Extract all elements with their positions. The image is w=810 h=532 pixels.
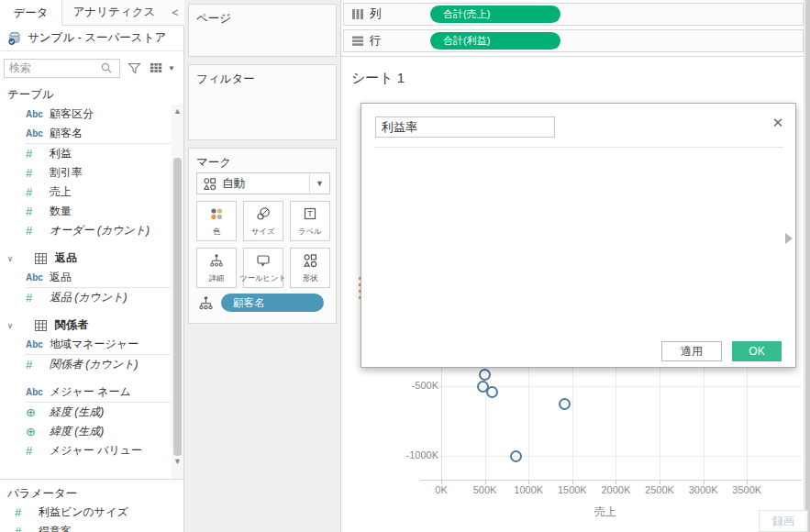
scatter-mark[interactable] — [510, 450, 522, 462]
tab-analytics[interactable]: アナリティクス — [61, 0, 166, 26]
scroll-down-icon[interactable]: ▼ — [172, 455, 183, 468]
x-tick — [660, 480, 660, 484]
field-item[interactable]: #売上 — [0, 183, 171, 202]
x-axis-title: 売上 — [578, 504, 633, 520]
field-group-header[interactable]: ∨返品 — [0, 249, 171, 268]
screen-recorder-button[interactable]: 録画 — [759, 510, 808, 532]
mark-type-value: 自動 — [222, 176, 245, 192]
marks-button-size[interactable]: サイズ — [243, 201, 283, 241]
view-options-caret-icon[interactable]: ▼ — [168, 64, 175, 72]
number-field-icon: # — [15, 525, 39, 532]
scrollbar-thumb[interactable] — [173, 158, 182, 456]
field-label: 経度 (生成) — [50, 405, 104, 420]
geo-field-icon: ⊕ — [26, 405, 50, 419]
shapes-icon — [203, 177, 216, 191]
field-item[interactable]: Abc顧客名 — [0, 124, 171, 143]
field-item[interactable]: #関係者 (カウント) — [0, 355, 171, 374]
pill-dimension[interactable]: 顧客名 — [221, 294, 324, 312]
marks-button-shape[interactable]: 形状 — [290, 248, 330, 288]
scatter-mark[interactable] — [486, 386, 498, 398]
ok-button[interactable]: OK — [732, 341, 782, 361]
collapse-pane-icon[interactable]: < — [166, 0, 184, 26]
field-label: 関係者 — [55, 317, 88, 333]
field-item[interactable]: ⊕緯度 (生成) — [0, 422, 171, 441]
detail-icon — [209, 253, 224, 271]
color-icon — [209, 206, 224, 224]
field-item[interactable]: #割引率 — [0, 163, 171, 183]
window-scrollbar[interactable] — [804, 0, 810, 532]
field-group-gap — [0, 307, 171, 316]
divider — [341, 56, 810, 57]
scatter-mark[interactable] — [479, 369, 491, 381]
marks-card-label: マーク — [196, 155, 336, 171]
filter-fields-icon[interactable] — [128, 61, 141, 75]
chevron-expand-icon[interactable]: ∨ — [4, 321, 17, 330]
size-icon — [256, 206, 271, 224]
parameters-section-label: パラメーター — [7, 486, 77, 502]
parameter-item[interactable]: #利益ビンのサイズ — [0, 503, 184, 522]
marks-button-color[interactable]: 色 — [196, 201, 237, 241]
number-field-icon: # — [26, 166, 50, 180]
field-item[interactable]: Abc顧客区分 — [0, 105, 171, 124]
field-item[interactable]: #返品 (カウント) — [0, 288, 171, 307]
field-group-header[interactable]: ∨関係者 — [0, 316, 171, 335]
pages-shelf[interactable]: ページ — [188, 4, 337, 57]
chevron-down-icon[interactable]: ▼ — [309, 173, 329, 194]
x-tick-label: 2500K — [632, 484, 687, 495]
x-tick-label: 1000K — [501, 484, 556, 495]
search-input[interactable] — [5, 61, 100, 74]
parameter-list: #利益ビンのサイズ#得意客 — [0, 503, 184, 532]
number-field-icon: # — [26, 291, 50, 305]
marks-button-label[interactable]: Tラベル — [290, 201, 330, 241]
field-item[interactable]: Abc地域マネージャー — [0, 335, 171, 354]
text-field-icon: Abc — [26, 387, 50, 397]
chevron-expand-icon[interactable]: ∨ — [4, 254, 17, 263]
field-list: Abc顧客区分Abc顧客名#利益#割引率#売上#数量#オーダー (カウント)∨返… — [0, 105, 171, 479]
scroll-up-icon[interactable]: ▲ — [172, 105, 183, 117]
calculation-editor-dialog: ✕ 適用 OK — [361, 103, 796, 368]
field-item[interactable]: Abcメジャー ネーム — [0, 382, 171, 402]
field-label: メジャー バリュー — [50, 443, 142, 459]
rows-shelf[interactable]: 行 合計(利益) — [343, 29, 804, 52]
x-axis-line — [420, 480, 802, 481]
field-label: 顧客区分 — [50, 106, 94, 122]
field-label: 利益 — [50, 146, 72, 161]
field-list-scrollbar[interactable]: ▲ ▼ — [172, 105, 183, 479]
parameter-item[interactable]: #得意客 — [0, 522, 184, 532]
search-box[interactable] — [4, 59, 120, 78]
x-tick-label: 500K — [458, 484, 513, 495]
pill-sum-sales[interactable]: 合計(売上) — [430, 6, 560, 23]
marks-button-tooltip[interactable]: ツールヒント — [243, 248, 283, 288]
field-item[interactable]: #利益 — [0, 144, 171, 163]
geo-field-icon: ⊕ — [26, 425, 50, 438]
columns-shelf[interactable]: 列 合計(売上) — [343, 3, 804, 26]
shape-icon — [303, 253, 317, 271]
view-options-icon[interactable] — [150, 61, 164, 74]
y-tick-label: -500K — [393, 380, 438, 391]
pill-sum-profit[interactable]: 合計(利益) — [430, 32, 560, 50]
datasource-row[interactable]: サンプル - スーパーストア — [0, 26, 184, 51]
scrollbar-thumb[interactable] — [805, 0, 810, 532]
x-tick — [485, 480, 486, 484]
calc-field-name-input[interactable] — [375, 116, 555, 138]
columns-shelf-label: 列 — [370, 6, 428, 22]
search-icon — [100, 61, 113, 74]
close-icon[interactable]: ✕ — [770, 115, 786, 131]
expand-panel-arrow-icon[interactable] — [785, 233, 793, 244]
marks-button-detail[interactable]: 詳細 — [196, 248, 237, 288]
field-item[interactable]: #オーダー (カウント) — [0, 221, 171, 240]
tab-data[interactable]: データ — [0, 0, 61, 26]
field-label: 緯度 (生成) — [50, 424, 104, 439]
marks-pill-row: 顧客名 — [198, 294, 324, 312]
mark-type-dropdown[interactable]: 自動 ▼ — [196, 172, 330, 194]
field-item[interactable]: ⊕経度 (生成) — [0, 403, 171, 422]
text-field-icon: Abc — [26, 272, 50, 283]
field-item[interactable]: #数量 — [0, 202, 171, 221]
field-label: 顧客名 — [50, 126, 83, 141]
field-item[interactable]: #メジャー バリュー — [0, 441, 171, 460]
apply-button[interactable]: 適用 — [661, 341, 722, 361]
filters-shelf[interactable]: フィルター — [188, 64, 337, 140]
scatter-mark[interactable] — [559, 398, 571, 410]
field-item[interactable]: Abc返品 — [0, 268, 171, 287]
x-tick — [616, 480, 616, 484]
